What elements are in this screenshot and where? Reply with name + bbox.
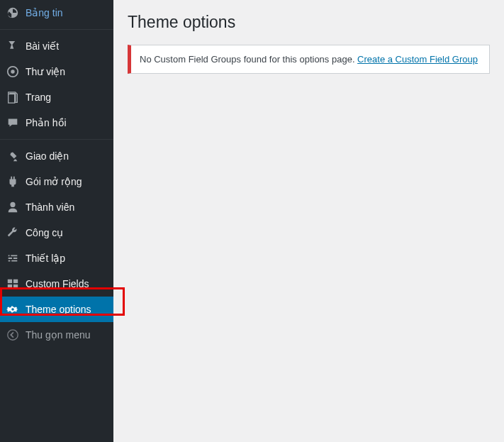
sidebar-item-label: Theme options <box>26 304 91 315</box>
sidebar-item-label: Thư viện <box>26 66 65 77</box>
sidebar-item-label: Phản hồi <box>26 117 67 128</box>
media-icon <box>6 65 20 79</box>
pages-icon <box>6 90 20 104</box>
sidebar-item-dashboard[interactable]: Bảng tin <box>0 0 113 26</box>
create-field-group-link[interactable]: Create a Custom Field Group <box>357 54 478 65</box>
gear-icon <box>6 302 20 316</box>
sidebar-item-collapse[interactable]: Thu gọn menu <box>0 322 113 348</box>
svg-rect-3 <box>9 94 15 104</box>
svg-rect-8 <box>13 284 18 288</box>
svg-point-4 <box>10 202 15 207</box>
pin-icon <box>6 39 20 53</box>
sidebar-item-label: Bài viết <box>26 40 59 52</box>
sidebar-item-custom-fields[interactable]: Custom Fields <box>0 271 113 297</box>
sidebar-item-media[interactable]: Thư viện <box>0 59 113 84</box>
comments-icon <box>6 116 20 130</box>
sidebar-item-plugins[interactable]: Gói mở rộng <box>0 169 113 194</box>
sidebar-item-label: Thành viên <box>26 201 74 213</box>
sidebar-item-settings[interactable]: Thiết lập <box>0 245 113 271</box>
dashboard-icon <box>6 6 20 20</box>
sidebar-item-label: Custom Fields <box>26 278 89 289</box>
sidebar-item-tools[interactable]: Công cụ <box>0 220 113 245</box>
sidebar-item-label: Công cụ <box>26 227 63 238</box>
svg-rect-5 <box>8 280 12 283</box>
appearance-icon <box>6 149 20 163</box>
settings-icon <box>6 251 20 265</box>
notice-text: No Custom Field Groups found for this op… <box>140 54 357 65</box>
svg-point-10 <box>8 330 18 340</box>
svg-rect-6 <box>13 280 18 283</box>
sidebar-item-appearance[interactable]: Giao diện <box>0 143 113 169</box>
sidebar-item-posts[interactable]: Bài viết <box>0 33 113 59</box>
sidebar-item-label: Thu gọn menu <box>26 329 91 341</box>
menu-separator <box>0 139 113 140</box>
sidebar-item-label: Bảng tin <box>26 7 63 18</box>
sidebar-item-label: Gói mở rộng <box>26 176 82 187</box>
notice-warning: No Custom Field Groups found for this op… <box>128 45 490 74</box>
svg-point-1 <box>11 70 14 73</box>
sidebar-item-comments[interactable]: Phản hồi <box>0 110 113 136</box>
plugins-icon <box>6 175 20 189</box>
sidebar-item-label: Giao diện <box>26 150 69 162</box>
sidebar-item-label: Trang <box>26 92 51 103</box>
svg-rect-7 <box>8 284 12 288</box>
collapse-icon <box>6 328 20 342</box>
sidebar-item-label: Thiết lập <box>26 253 65 264</box>
fields-icon <box>6 277 20 291</box>
users-icon <box>6 200 20 214</box>
sidebar-item-pages[interactable]: Trang <box>0 84 113 110</box>
admin-sidebar: Bảng tin Bài viết Thư viện Trang Phản hồ… <box>0 0 113 442</box>
sidebar-item-theme-options[interactable]: Theme options <box>0 297 113 322</box>
main-content: Theme options No Custom Field Groups fou… <box>113 0 504 442</box>
menu-separator <box>0 29 113 30</box>
page-title: Theme options <box>128 13 490 32</box>
sidebar-item-users[interactable]: Thành viên <box>0 194 113 220</box>
svg-point-9 <box>11 308 14 311</box>
tools-icon <box>6 226 20 240</box>
